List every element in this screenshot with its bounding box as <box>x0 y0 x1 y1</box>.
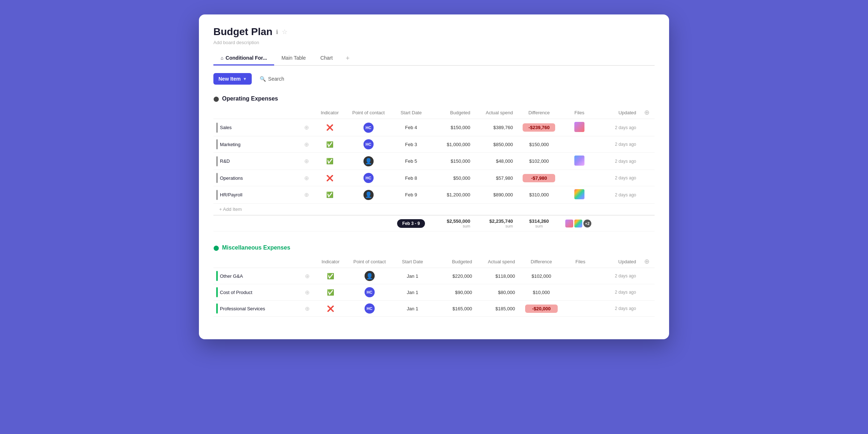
row-budget-cell: $50,000 <box>430 170 473 186</box>
page-title: Budget Plan <box>213 26 272 38</box>
file-thumbnail <box>574 156 584 166</box>
row-add-icon[interactable]: ⊕ <box>299 186 314 204</box>
add-item-row[interactable]: + Add Item <box>213 204 655 216</box>
row-actual-cell: $48,000 <box>473 153 516 170</box>
col-header-indicator: Indicator <box>314 106 345 119</box>
row-name-cell: HR/Payroll <box>213 186 299 204</box>
summary-actual: $2,235,740sum <box>473 215 516 231</box>
file-thumbnail <box>574 122 584 132</box>
search-button[interactable]: 🔍 Search <box>256 73 288 85</box>
row-add-icon[interactable]: ⊕ <box>299 268 315 284</box>
row-date-cell: Feb 8 <box>392 170 430 186</box>
row-poc-cell: HC <box>346 284 393 301</box>
file-thumbnail <box>565 220 573 227</box>
home-icon: ⌂ <box>221 55 224 61</box>
row-add-icon[interactable]: ⊕ <box>299 136 314 153</box>
avatar-hc: HC <box>365 287 375 297</box>
row-budget-cell: $150,000 <box>430 153 473 170</box>
row-bar <box>216 271 218 281</box>
row-updated-cell: 2 days ago <box>596 186 639 204</box>
difference-value: $102,000 <box>532 273 551 279</box>
row-files-cell <box>562 153 596 170</box>
misc-expenses-section: ⬤ Miscellaneous Expenses Indicator Point… <box>213 242 655 317</box>
col-header-poc: Point of contact <box>345 106 392 119</box>
row-poc-cell: HC <box>345 170 392 186</box>
row-indicator-cell: ❌ <box>314 119 345 136</box>
new-item-button[interactable]: New Item ▼ <box>213 73 252 85</box>
main-window: Budget Plan ℹ ☆ Add board description ⌂ … <box>199 14 669 339</box>
row-bar <box>216 139 218 149</box>
row-actual-cell: $185,000 <box>475 301 518 317</box>
row-add-icon[interactable]: ⊕ <box>299 170 314 186</box>
row-diff-cell: $102,000 <box>518 268 565 284</box>
check-indicator: ✅ <box>327 289 334 295</box>
row-poc-cell: HC <box>346 301 393 317</box>
row-add-icon[interactable]: ⊕ <box>299 284 315 301</box>
row-actual-cell: $389,760 <box>473 119 516 136</box>
star-icon[interactable]: ☆ <box>282 28 288 36</box>
x-indicator: ❌ <box>327 306 334 312</box>
row-add-icon[interactable]: ⊕ <box>299 153 314 170</box>
row-name-cell: Marketing <box>213 136 299 153</box>
tabs-bar: ⌂ Conditional For... Main Table Chart + <box>213 51 655 66</box>
section-toggle-operating[interactable]: ⬤ <box>213 96 219 102</box>
row-bar <box>216 156 218 166</box>
row-add-icon[interactable]: ⊕ <box>299 301 315 317</box>
row-name-cell: Professional Services <box>213 301 299 317</box>
col-header-name <box>213 106 299 119</box>
check-indicator: ✅ <box>326 192 333 198</box>
avatar-hc: HC <box>363 139 374 149</box>
summary-date-badge: Feb 3 - 9 <box>392 215 430 231</box>
row-indicator-cell: ❌ <box>314 170 345 186</box>
row-actual-cell: $80,000 <box>475 284 518 301</box>
row-diff-cell: $150,000 <box>516 136 562 153</box>
row-diff-cell: $102,000 <box>516 153 562 170</box>
col-header-start-date: Start Date <box>392 106 430 119</box>
row-diff-cell: $310,000 <box>516 186 562 204</box>
difference-value: $10,000 <box>533 290 550 295</box>
x-indicator: ❌ <box>326 124 333 131</box>
row-indicator-cell: ✅ <box>314 153 345 170</box>
row-files-cell <box>562 136 596 153</box>
row-date-cell: Feb 4 <box>392 119 430 136</box>
section-header-operating: ⬤ Operating Expenses <box>213 93 655 104</box>
avatar-hc: HC <box>363 123 374 133</box>
row-budget-cell: $90,000 <box>432 284 475 301</box>
row-date-cell: Jan 1 <box>393 284 432 301</box>
row-updated-cell: 2 days ago <box>596 153 639 170</box>
row-indicator-cell: ✅ <box>314 186 345 204</box>
difference-badge: -$20,000 <box>525 305 558 313</box>
row-updated-cell: 2 days ago <box>596 268 639 284</box>
row-updated-cell: 2 days ago <box>596 170 639 186</box>
row-add-icon[interactable]: ⊕ <box>299 119 314 136</box>
table-row: Cost of Product ⊕ ✅ HC Jan 1 $90,000 $80… <box>213 284 655 301</box>
tab-chart[interactable]: Chart <box>313 51 340 65</box>
row-actual-cell: $57,980 <box>473 170 516 186</box>
board-description[interactable]: Add board description <box>213 40 655 45</box>
row-poc-cell: HC <box>345 136 392 153</box>
add-column-icon[interactable]: ⊕ <box>639 106 655 119</box>
row-poc-cell: 👤 <box>345 153 392 170</box>
file-thumbnail <box>574 189 584 199</box>
tab-main-table[interactable]: Main Table <box>274 51 313 65</box>
summary-row: Feb 3 - 9 $2,550,000sum $2,235,740sum $3… <box>213 215 655 231</box>
row-indicator-cell: ✅ <box>315 284 346 301</box>
avatar-hc: HC <box>363 173 374 183</box>
section-header-misc: ⬤ Miscellaneous Expenses <box>213 242 655 253</box>
check-indicator: ✅ <box>327 273 334 279</box>
row-updated-cell: 2 days ago <box>596 136 639 153</box>
row-name-cell: Other G&A <box>213 268 299 284</box>
tab-add[interactable]: + <box>340 51 356 66</box>
row-indicator-cell: ✅ <box>315 268 346 284</box>
row-diff-cell: -$7,980 <box>516 170 562 186</box>
info-icon[interactable]: ℹ <box>276 29 278 35</box>
row-files-cell <box>565 268 596 284</box>
summary-files: +2 <box>562 215 596 231</box>
row-label: Other G&A <box>220 273 243 279</box>
row-name-cell: Operations <box>213 170 299 186</box>
row-budget-cell: $1,200,000 <box>430 186 473 204</box>
row-poc-cell: 👤 <box>345 186 392 204</box>
tab-conditional[interactable]: ⌂ Conditional For... <box>213 51 274 65</box>
add-item-label[interactable]: + Add Item <box>213 204 314 216</box>
section-toggle-misc[interactable]: ⬤ <box>213 245 219 251</box>
